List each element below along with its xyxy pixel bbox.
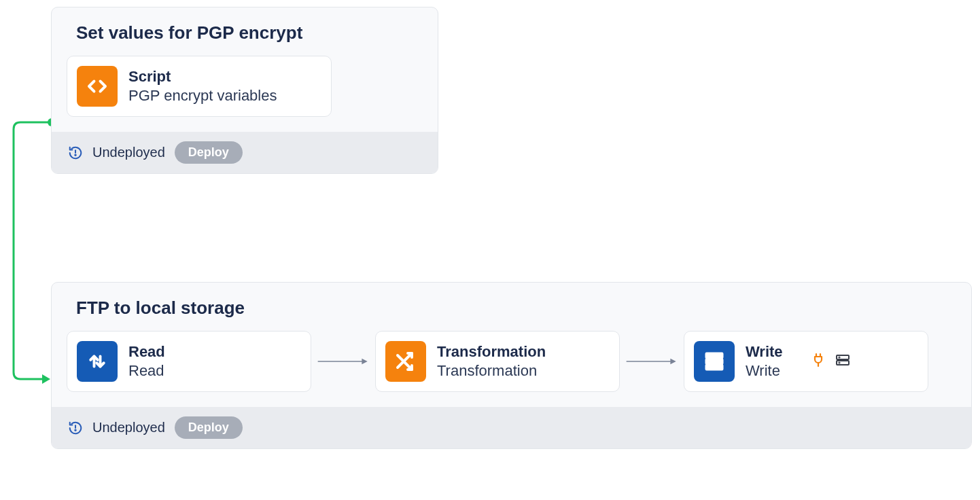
step-subtitle-label: Transformation: [437, 362, 546, 380]
svg-point-9: [708, 361, 710, 363]
plug-icon: [810, 352, 826, 371]
step-write[interactable]: Write Write: [684, 331, 928, 392]
step-subtitle-label: Write: [746, 362, 783, 380]
svg-point-10: [708, 366, 710, 368]
step-title-label: Script: [128, 68, 277, 86]
svg-point-8: [708, 355, 710, 357]
step-script[interactable]: Script PGP encrypt variables: [67, 56, 332, 117]
status-text: Undeployed: [92, 145, 165, 160]
step-text: Transformation Transformation: [437, 343, 546, 380]
svg-point-14: [839, 362, 839, 363]
steps-row: Read Read Transformation: [52, 331, 971, 407]
step-title-label: Transformation: [437, 343, 546, 361]
steps-row: Script PGP encrypt variables: [52, 56, 438, 132]
flow-arrow-icon: [620, 356, 684, 367]
workflow-header: FTP to local storage: [52, 283, 971, 319]
status-clock-icon: [68, 145, 83, 160]
step-title-label: Write: [746, 343, 783, 361]
status-bar: Undeployed Deploy: [52, 132, 438, 173]
updown-icon: [77, 341, 118, 382]
svg-point-2: [75, 154, 75, 155]
svg-point-16: [75, 429, 75, 430]
flow-connector: [8, 115, 56, 387]
flow-arrow-icon: [311, 356, 375, 367]
storage-icon: [835, 352, 851, 371]
shuffle-icon: [385, 341, 426, 382]
workflow-card-ftp[interactable]: FTP to local storage Read Read: [51, 282, 972, 449]
workflow-title: Set values for PGP encrypt: [76, 22, 413, 43]
step-text: Script PGP encrypt variables: [128, 68, 277, 105]
deploy-button[interactable]: Deploy: [175, 141, 243, 164]
step-subtitle-label: Read: [128, 362, 165, 380]
workflow-card-pgp[interactable]: Set values for PGP encrypt Script PGP en…: [51, 7, 438, 174]
workflow-title: FTP to local storage: [76, 298, 947, 319]
step-extra-icons: [810, 352, 851, 371]
svg-point-13: [839, 357, 839, 357]
status-clock-icon: [68, 421, 83, 435]
status-text: Undeployed: [92, 420, 165, 435]
server-icon: [694, 341, 735, 382]
code-icon: [77, 66, 118, 107]
step-text: Read Read: [128, 343, 165, 380]
workflow-header: Set values for PGP encrypt: [52, 7, 438, 43]
step-transformation[interactable]: Transformation Transformation: [375, 331, 620, 392]
status-bar: Undeployed Deploy: [52, 407, 971, 448]
diagram-canvas: Set values for PGP encrypt Script PGP en…: [0, 0, 980, 500]
step-subtitle-label: PGP encrypt variables: [128, 87, 277, 105]
deploy-button[interactable]: Deploy: [175, 416, 243, 439]
step-title-label: Read: [128, 343, 165, 361]
step-read[interactable]: Read Read: [67, 331, 311, 392]
step-text: Write Write: [746, 343, 783, 380]
